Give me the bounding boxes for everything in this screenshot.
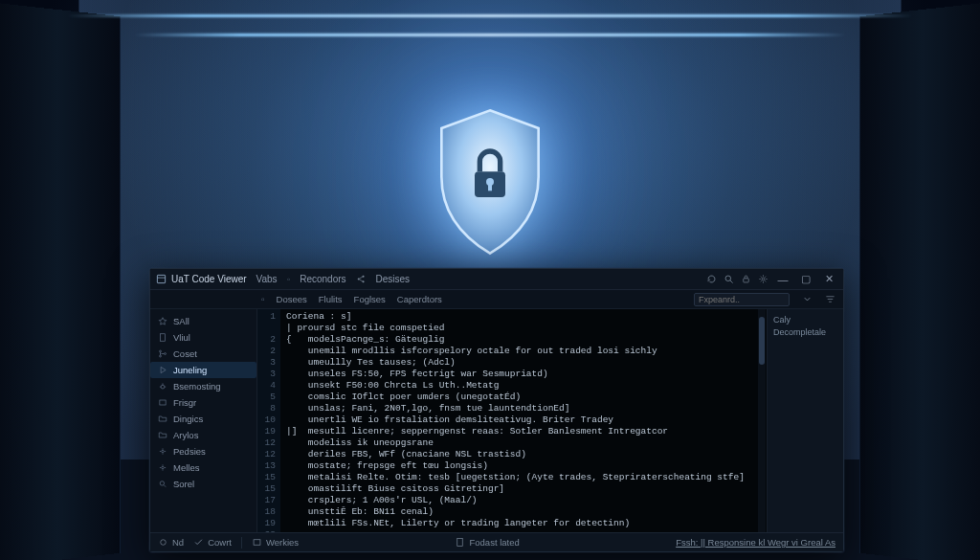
menu-share-icon[interactable] — [356, 274, 367, 284]
line-number: 5 — [257, 392, 276, 403]
code-line[interactable]: Coriena : s] — [286, 311, 761, 323]
code-line[interactable]: deriles FBS, WFf (cnaciane NSL trastisd) — [286, 449, 761, 460]
code-line[interactable]: | proursd stc file comspetied — [286, 323, 761, 334]
code-line[interactable]: modeliss ik uneopgsrane — [286, 437, 761, 449]
menu-vabs[interactable]: Vabs — [256, 274, 278, 284]
status-cowrt[interactable]: Cowrt — [193, 537, 232, 548]
line-number: 3 — [257, 357, 276, 369]
status-center[interactable]: Fodast lated — [455, 537, 519, 548]
code-line[interactable]: unsekt F50:00 Chrcta Ls Uth..Metatg — [286, 380, 761, 392]
code-editor[interactable]: 1223345810191212131515171819282223202929… — [257, 309, 767, 532]
subbar-filter-icon[interactable] — [824, 294, 835, 305]
code-line[interactable]: unseles FS:50, FPS fectrigt war Sesmupri… — [286, 369, 761, 380]
svg-line-11 — [729, 280, 732, 283]
rightpanel-caly[interactable]: Caly — [773, 315, 837, 325]
svg-rect-31 — [254, 540, 260, 546]
line-number — [257, 323, 276, 334]
code-content[interactable]: Coriena : s]| proursd stc file comspetie… — [280, 309, 767, 532]
status-nd[interactable]: Nd — [158, 537, 184, 548]
titlebar-lock-icon[interactable] — [740, 274, 751, 285]
code-line[interactable]: umeullly Tes tauses; (Adcl) — [286, 357, 761, 369]
line-number: 15 — [257, 472, 276, 483]
scroll-thumb[interactable] — [759, 317, 765, 365]
svg-point-21 — [161, 385, 165, 389]
sidebar-item-vliul[interactable]: Vliul — [150, 329, 256, 346]
svg-line-29 — [164, 485, 166, 487]
svg-point-13 — [762, 278, 765, 280]
folder-icon — [158, 414, 167, 424]
svg-rect-32 — [457, 538, 463, 546]
code-line[interactable]: comslic IOflct poer umders (unegotatÉd) — [286, 392, 761, 403]
sidebar-item-juneling[interactable]: Juneling — [150, 362, 256, 378]
search-input[interactable] — [694, 293, 790, 306]
sidebar-item-bsemosting[interactable]: Bsemosting — [150, 378, 256, 394]
sidebar-item-frisgr[interactable]: Frisgr — [150, 394, 256, 411]
editor-scrollbar[interactable] — [758, 309, 766, 532]
subbar-icon: ▫ — [261, 294, 265, 304]
statusbar: Nd Cowrt Werkies Fodast lated Fssh: || R… — [150, 532, 843, 551]
titlebar-search-icon[interactable] — [723, 274, 734, 285]
sidebar-item-coset[interactable]: Coset — [150, 346, 256, 362]
svg-point-26 — [162, 450, 165, 453]
menu-desises[interactable]: Desises — [376, 274, 411, 284]
line-number: 12 — [257, 449, 276, 460]
circle-icon — [158, 537, 168, 548]
line-number: 2 — [257, 334, 276, 346]
code-line[interactable]: unsttiĒ Eb: BN11 cenal) — [286, 506, 761, 518]
sidebar-item-melles[interactable]: Melles — [150, 459, 256, 476]
star-icon — [158, 317, 167, 326]
code-line[interactable]: mostate; frepsge eft tœu longsis) — [286, 460, 761, 472]
code-line[interactable]: { modelsPacnge_s: Gäteuglig — [286, 334, 761, 346]
code-line[interactable]: unertli WE io frstaliation demsliteativu… — [286, 414, 761, 426]
sidebar-item-label: Frisgr — [173, 397, 196, 408]
subbar-foglses[interactable]: Foglses — [354, 294, 386, 304]
code-line[interactable]: omastilift Biuse csitoss Gitretingr] — [286, 483, 761, 495]
code-viewer-window: UaT Code Viewer Vabs ◦ Recondors Desises… — [149, 268, 844, 552]
code-line[interactable]: |] mesutll licenre; sepperngenst reaas: … — [286, 426, 761, 437]
code-line[interactable]: mœtlili FSs.NEt, Lilerty or trading lang… — [286, 518, 761, 529]
sidebar-item-arylos[interactable]: Arylos — [150, 427, 256, 443]
subbar-caperdtors[interactable]: Caperdtors — [397, 294, 442, 304]
window-minimize[interactable]: — — [774, 274, 791, 285]
line-number: 19 — [257, 518, 276, 529]
code-line[interactable]: unemill mrodllis isfcorspelory octale fo… — [286, 346, 761, 357]
sidebar-item-label: Juneling — [173, 365, 207, 375]
titlebar-settings-icon[interactable] — [757, 274, 768, 285]
menu-recondors[interactable]: Recondors — [300, 274, 345, 284]
subbar-dosees[interactable]: Dosees — [277, 294, 307, 304]
ceiling-light-2 — [134, 34, 846, 36]
svg-rect-3 — [157, 275, 165, 282]
code-line[interactable]: metalisi Relte. Otim: tesb [uegetstion; … — [286, 472, 761, 483]
code-line[interactable]: unslas; Fani, 2N0T,lgo, fnsm tue launten… — [286, 403, 761, 414]
line-number: 18 — [257, 506, 276, 518]
window-maximize[interactable]: ▢ — [797, 273, 814, 285]
sidebar-item-dingics[interactable]: Dingics — [150, 411, 256, 427]
code-line[interactable]: crsplers; 1 A00s'r USL, (Maal/) — [286, 495, 761, 506]
line-number-gutter: 1223345810191212131515171819282223202929… — [257, 309, 280, 532]
sidebar-item-pedsies[interactable]: Pedsies — [150, 443, 256, 459]
svg-point-27 — [162, 466, 165, 469]
sidebar-item-sorel[interactable]: Sorel — [150, 476, 256, 492]
svg-point-20 — [165, 353, 167, 355]
right-panel: Caly Decompletale — [767, 309, 843, 532]
line-number: 13 — [257, 460, 276, 472]
status-divider — [241, 537, 242, 549]
sidebar-item-label: Bsemosting — [173, 381, 221, 392]
subbar-expand-icon[interactable] — [801, 294, 813, 305]
subbar-flulits[interactable]: Flulits — [319, 294, 343, 304]
shield-lock-icon — [423, 105, 557, 258]
branch-icon — [158, 349, 167, 359]
titlebar-refresh-icon[interactable] — [705, 274, 717, 285]
window-close[interactable]: ✕ — [820, 273, 837, 285]
sidebar-item-label: Sorel — [173, 479, 194, 489]
svg-rect-17 — [161, 334, 166, 342]
rightpanel-decompletale[interactable]: Decompletale — [773, 327, 837, 337]
status-werkies[interactable]: Werkies — [252, 537, 299, 548]
sidebar-item-sall[interactable]: SAll — [150, 313, 256, 329]
status-right[interactable]: Fssh: || Responsine kl Wegr vi Greal As — [676, 537, 835, 548]
server-rack-right — [859, 2, 980, 560]
search-icon — [158, 480, 167, 489]
line-number: 17 — [257, 495, 276, 506]
line-number: 19 — [257, 426, 276, 437]
svg-point-10 — [725, 276, 731, 281]
